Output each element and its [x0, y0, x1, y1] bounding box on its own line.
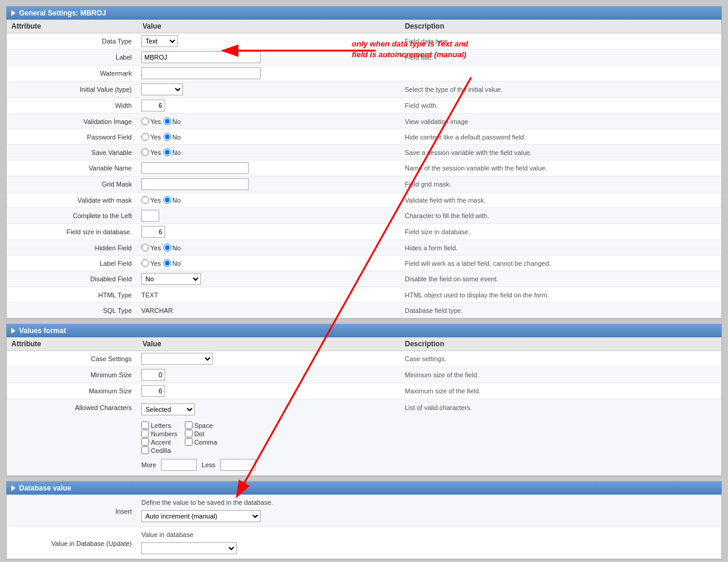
- password-field-yes-radio[interactable]: [141, 133, 149, 141]
- password-field-no-radio[interactable]: [163, 133, 171, 141]
- accent-checkbox-label[interactable]: Accent: [141, 438, 178, 446]
- case-settings-label: Case Settings: [7, 353, 138, 364]
- validation-image-no-label[interactable]: No: [163, 117, 181, 125]
- label-field-yes-label[interactable]: Yes: [141, 259, 161, 267]
- letters-checkbox[interactable]: [141, 421, 149, 429]
- values-format-header[interactable]: Values format: [7, 324, 721, 337]
- dot-checkbox-label[interactable]: Dot: [185, 430, 218, 437]
- database-value-header[interactable]: Database value: [7, 482, 721, 495]
- general-settings-section: General Settings: MBROJ Attribute Value …: [6, 6, 722, 319]
- values-format-title: Values format: [19, 327, 66, 335]
- disabled-field-select[interactable]: No Yes: [141, 273, 201, 285]
- complete-left-desc: Character to fill the field with.: [400, 210, 721, 221]
- validation-image-yes-radio[interactable]: [141, 117, 149, 125]
- validation-image-desc: View validation image: [400, 116, 721, 127]
- allowed-chars-desc: List of valid characters.: [400, 402, 721, 413]
- max-size-row: Maximum Size Maximum size of the field.: [7, 383, 721, 399]
- validation-image-yes-label[interactable]: Yes: [141, 117, 161, 125]
- label-field-desc: Field will work as a label field, cannot…: [400, 258, 721, 269]
- update-select[interactable]: [141, 542, 237, 554]
- validate-mask-yes-radio[interactable]: [141, 196, 149, 204]
- collapse-arrow-icon: [11, 10, 16, 16]
- space-checkbox-label[interactable]: Space: [185, 421, 218, 429]
- watermark-label: Watermark: [7, 68, 138, 79]
- hidden-field-label: Hidden Field: [7, 243, 138, 253]
- insert-desc-col: [400, 497, 721, 501]
- watermark-desc: [400, 72, 721, 75]
- validate-mask-no-radio[interactable]: [163, 196, 171, 204]
- cedilla-checkbox-label[interactable]: Cedilla: [141, 446, 178, 454]
- initial-value-select[interactable]: [141, 83, 183, 95]
- save-variable-desc: Save a session variable with the field v…: [400, 147, 721, 158]
- save-variable-no-label[interactable]: No: [163, 148, 181, 156]
- comma-checkbox-label[interactable]: Comma: [185, 438, 218, 446]
- save-variable-yes-radio[interactable]: [141, 148, 149, 156]
- sql-type-row: SQL Type VARCHAR Database field type.: [7, 303, 721, 318]
- database-value-section: Database value Insert Define the value t…: [6, 481, 722, 560]
- numbers-checkbox[interactable]: [141, 430, 149, 437]
- label-label: Label: [7, 52, 138, 63]
- data-type-row: Data Type Text Integer Date Field data t…: [7, 33, 721, 49]
- sql-type-desc: Database field type.: [400, 305, 721, 316]
- width-row: Width Field width.: [7, 98, 721, 114]
- general-col-value: Value: [138, 20, 400, 33]
- complete-left-input[interactable]: [141, 210, 159, 222]
- max-size-label: Maximum Size: [7, 386, 138, 396]
- password-field-label: Password Field: [7, 132, 138, 142]
- max-size-input[interactable]: [141, 385, 165, 397]
- password-field-row: Password Field Yes No Hide content like …: [7, 129, 721, 145]
- allowed-chars-select[interactable]: Selected All None: [141, 403, 195, 415]
- password-field-no-label[interactable]: No: [163, 133, 181, 141]
- grid-mask-row: Grid Mask Field grid mask.: [7, 176, 721, 192]
- validate-mask-no-label[interactable]: No: [163, 196, 181, 204]
- html-type-desc: HTML object used to display the field on…: [400, 290, 721, 300]
- general-col-attribute: Attribute: [7, 20, 138, 33]
- dot-checkbox[interactable]: [185, 430, 193, 437]
- validate-mask-desc: Validate field with the mask.: [400, 195, 721, 206]
- grid-mask-input[interactable]: [141, 178, 249, 190]
- disabled-field-desc: Disable the field on some event.: [400, 274, 721, 284]
- field-size-db-desc: Field size in database.: [400, 226, 721, 237]
- validate-mask-label: Validate with mask: [7, 195, 138, 206]
- save-variable-row: Save Variable Yes No Save a session vari…: [7, 145, 721, 160]
- label-field-yes-radio[interactable]: [141, 259, 149, 267]
- label-field-no-radio[interactable]: [163, 259, 171, 267]
- data-type-select[interactable]: Text Integer Date: [141, 35, 178, 47]
- validation-image-label: Validation Image: [7, 116, 138, 127]
- save-variable-no-radio[interactable]: [163, 148, 171, 156]
- password-field-yes-label[interactable]: Yes: [141, 133, 161, 141]
- watermark-input[interactable]: [141, 67, 261, 79]
- allowed-chars-row: Allowed Characters Selected All None Let…: [7, 399, 721, 476]
- save-variable-yes-label[interactable]: Yes: [141, 148, 161, 156]
- variable-name-input[interactable]: [141, 162, 249, 174]
- general-settings-header[interactable]: General Settings: MBROJ: [7, 7, 721, 20]
- case-settings-select[interactable]: Upper Lower: [141, 353, 213, 365]
- label-desc: Field title.: [400, 52, 721, 63]
- label-input[interactable]: [141, 51, 261, 63]
- more-input[interactable]: [161, 459, 197, 471]
- label-field-row: Label Field Yes No Field will work as a …: [7, 256, 721, 271]
- variable-name-row: Variable Name Name of the session variab…: [7, 160, 721, 176]
- hidden-field-no-radio[interactable]: [163, 244, 171, 251]
- space-checkbox[interactable]: [185, 421, 193, 429]
- hidden-field-yes-radio[interactable]: [141, 244, 149, 251]
- data-type-label: Data Type: [7, 36, 138, 46]
- grid-mask-label: Grid Mask: [7, 179, 138, 190]
- less-input[interactable]: [220, 459, 256, 471]
- letters-checkbox-label[interactable]: Letters: [141, 421, 178, 429]
- field-size-db-input[interactable]: [141, 226, 165, 238]
- hidden-field-no-label[interactable]: No: [163, 244, 181, 251]
- vf-col-description: Description: [400, 337, 721, 350]
- comma-checkbox[interactable]: [185, 438, 193, 446]
- min-size-input[interactable]: [141, 369, 165, 381]
- sql-type-label: SQL Type: [7, 305, 138, 316]
- validation-image-no-radio[interactable]: [163, 117, 171, 125]
- numbers-checkbox-label[interactable]: Numbers: [141, 430, 178, 437]
- width-input[interactable]: [141, 100, 165, 111]
- accent-checkbox[interactable]: [141, 438, 149, 446]
- label-field-no-label[interactable]: No: [163, 259, 181, 267]
- hidden-field-yes-label[interactable]: Yes: [141, 244, 161, 251]
- insert-select[interactable]: Auto increment (manual) Defined Value Au…: [141, 510, 261, 522]
- cedilla-checkbox[interactable]: [141, 446, 149, 454]
- validate-mask-yes-label[interactable]: Yes: [141, 196, 161, 204]
